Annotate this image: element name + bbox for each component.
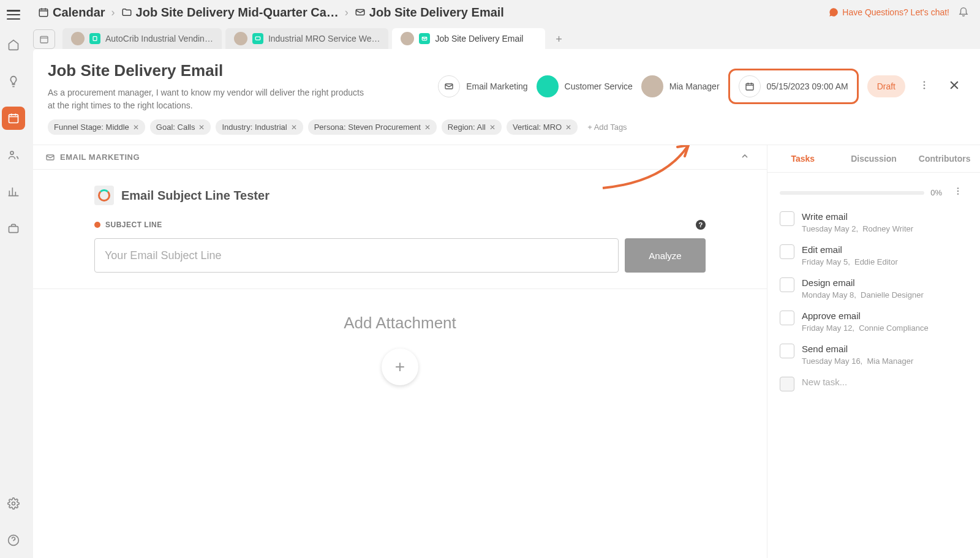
- task-checkbox[interactable]: [780, 311, 794, 325]
- chevron-up-icon[interactable]: [740, 151, 755, 163]
- section-header[interactable]: EMAIL MARKETING: [33, 145, 767, 170]
- help-icon[interactable]: [2, 529, 25, 552]
- schedule-datetime: 05/15/2023 09:00 AM: [767, 81, 848, 91]
- svg-point-3: [12, 502, 15, 505]
- tag[interactable]: Goal: Calls ✕: [150, 119, 211, 135]
- task-name: Approve email: [802, 311, 929, 321]
- task-meta: Tuesday May 16, Mia Manager: [802, 356, 913, 366]
- svg-point-1: [10, 151, 13, 154]
- task-checkbox[interactable]: [780, 277, 794, 292]
- avatar: [71, 32, 85, 45]
- close-icon[interactable]: [943, 74, 965, 99]
- tag-label: Vertical: MRO: [513, 123, 562, 132]
- help-tooltip-icon[interactable]: ?: [696, 220, 706, 230]
- home-icon[interactable]: [2, 33, 25, 56]
- tag-label: Industry: Industrial: [222, 123, 287, 132]
- notifications-icon[interactable]: [958, 6, 969, 19]
- calendar-button[interactable]: [33, 29, 55, 49]
- monitor-badge-icon: [252, 33, 263, 44]
- hamburger-menu-icon[interactable]: [7, 10, 20, 20]
- category-chip[interactable]: Customer Service: [537, 75, 633, 97]
- briefcase-icon[interactable]: [2, 217, 25, 240]
- tag-label: Goal: Calls: [156, 123, 195, 132]
- schedule-date-button[interactable]: 05/15/2023 09:00 AM: [728, 69, 859, 104]
- breadcrumb-root-label: Calendar: [53, 6, 105, 20]
- tag-label: Region: All: [448, 123, 486, 132]
- page-title: Job Site Delivery Email: [48, 61, 438, 80]
- svg-rect-8: [93, 37, 97, 41]
- svg-rect-0: [9, 115, 18, 123]
- color-swatch: [537, 75, 559, 97]
- svg-point-13: [924, 81, 925, 83]
- settings-icon[interactable]: [2, 492, 25, 515]
- breadcrumb-root[interactable]: Calendar: [38, 6, 105, 20]
- more-menu-icon[interactable]: [914, 75, 935, 98]
- tag-remove-icon[interactable]: ✕: [565, 123, 571, 132]
- page-description: As a procurement manager, I want to know…: [48, 86, 366, 112]
- chat-cta[interactable]: Have Questions? Let's chat!: [829, 7, 949, 17]
- tag[interactable]: Funnel Stage: Middle ✕: [48, 119, 145, 135]
- tab-autocrib[interactable]: AutoCrib Industrial Vendin…: [62, 28, 222, 49]
- tab-tasks[interactable]: Tasks: [767, 145, 839, 172]
- progress-percent: 0%: [930, 188, 942, 197]
- calendar-icon: [38, 7, 49, 18]
- task-name: Send email: [802, 344, 913, 354]
- section-name: EMAIL MARKETING: [60, 153, 140, 162]
- svg-rect-2: [9, 227, 18, 233]
- tag[interactable]: Persona: Steven Procurement ✕: [308, 119, 437, 135]
- task-name: Edit email: [802, 244, 898, 255]
- svg-point-17: [957, 187, 959, 189]
- calendar-icon: [745, 81, 755, 91]
- calendar-icon: [39, 34, 49, 44]
- tag[interactable]: Region: All ✕: [442, 119, 502, 135]
- tab-label: Industrial MRO Service We…: [268, 34, 380, 43]
- add-tab-button[interactable]: +: [549, 29, 568, 49]
- tab-contributors[interactable]: Contributors: [909, 145, 980, 172]
- svg-rect-12: [746, 83, 753, 90]
- subject-line-input[interactable]: [94, 238, 619, 273]
- task-checkbox[interactable]: [780, 211, 794, 226]
- breadcrumb-folder[interactable]: Job Site Delivery Mid-Quarter Ca…: [121, 6, 339, 20]
- tab-label: AutoCrib Industrial Vendin…: [105, 34, 213, 43]
- tester-title: Email Subject Line Tester: [121, 189, 270, 203]
- mail-badge-icon: [419, 33, 430, 44]
- tab-discussion[interactable]: Discussion: [839, 145, 910, 172]
- analytics-icon[interactable]: [2, 180, 25, 203]
- tab-label: Job Site Delivery Email: [435, 34, 523, 43]
- tab-mro[interactable]: Industrial MRO Service We…: [225, 28, 389, 49]
- task-item[interactable]: Design emailMonday May 8, Danielle Desig…: [780, 277, 968, 300]
- tag-label: Persona: Steven Procurement: [314, 123, 421, 132]
- task-item[interactable]: Write emailTuesday May 2, Rodney Writer: [780, 211, 968, 233]
- analyze-button[interactable]: Analyze: [625, 238, 706, 273]
- tag[interactable]: Industry: Industrial ✕: [216, 119, 303, 135]
- tag-remove-icon[interactable]: ✕: [133, 123, 139, 132]
- tag[interactable]: Vertical: MRO ✕: [507, 119, 578, 135]
- tag-remove-icon[interactable]: ✕: [291, 123, 297, 132]
- task-checkbox[interactable]: [780, 244, 794, 259]
- tab-jobsite[interactable]: Job Site Delivery Email: [392, 28, 545, 49]
- chat-cta-label: Have Questions? Let's chat!: [842, 7, 949, 17]
- task-item[interactable]: Send emailTuesday May 16, Mia Manager: [780, 344, 968, 366]
- content-type-chip[interactable]: Email Marketing: [438, 75, 527, 97]
- indicator-dot: [94, 222, 100, 228]
- task-item[interactable]: Edit emailFriday May 5, Eddie Editor: [780, 244, 968, 266]
- add-attachment-button[interactable]: +: [382, 349, 418, 385]
- tag-remove-icon[interactable]: ✕: [198, 123, 205, 132]
- owner-label: Mia Manager: [669, 81, 720, 91]
- lightbulb-icon[interactable]: [2, 70, 25, 93]
- people-icon[interactable]: [2, 143, 25, 167]
- add-tags-button[interactable]: + Add Tags: [582, 120, 631, 134]
- avatar: [641, 75, 663, 97]
- calendar-nav-icon[interactable]: [2, 107, 25, 130]
- status-badge[interactable]: Draft: [867, 75, 905, 97]
- task-item[interactable]: Approve emailFriday May 12, Connie Compl…: [780, 311, 968, 333]
- svg-rect-5: [39, 9, 48, 17]
- tag-remove-icon[interactable]: ✕: [424, 123, 431, 132]
- task-checkbox[interactable]: [780, 344, 794, 358]
- owner-chip[interactable]: Mia Manager: [641, 75, 720, 97]
- doc-badge-icon: [89, 33, 100, 44]
- chevron-right-icon: ›: [345, 6, 349, 19]
- tag-remove-icon[interactable]: ✕: [489, 123, 496, 132]
- new-task-input[interactable]: New task...: [780, 377, 968, 391]
- tasks-more-icon[interactable]: [948, 181, 968, 204]
